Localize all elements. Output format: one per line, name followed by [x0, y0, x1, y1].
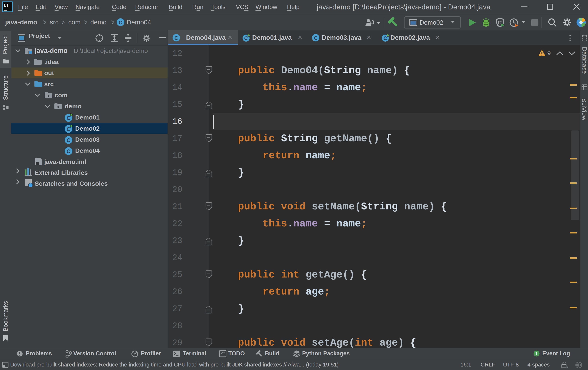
svg-text:C: C	[66, 115, 71, 121]
svg-text:C: C	[244, 36, 248, 41]
svg-text:C: C	[119, 20, 123, 26]
svg-text:C: C	[66, 126, 71, 132]
svg-text:C: C	[66, 137, 71, 143]
svg-text:1: 1	[535, 351, 538, 357]
svg-text:C: C	[314, 35, 317, 41]
svg-text:C: C	[66, 148, 71, 154]
svg-text:C: C	[383, 36, 387, 41]
svg-text:a: a	[567, 365, 568, 368]
svg-text:C: C	[174, 35, 178, 41]
